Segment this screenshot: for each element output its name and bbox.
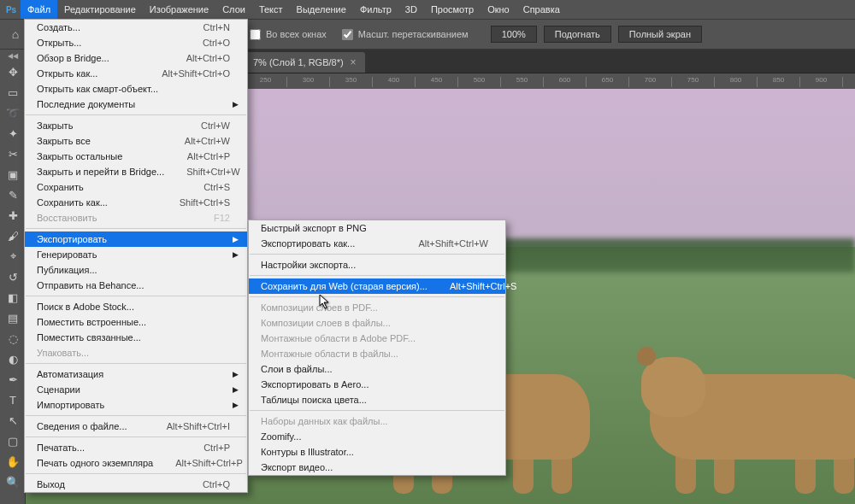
file-menu-item-16[interactable]: Генерировать▶ xyxy=(25,247,247,262)
file-menu-item-1[interactable]: Открыть...Ctrl+O xyxy=(25,35,247,50)
file-menu-item-18[interactable]: Отправить на Behance... xyxy=(25,278,247,293)
tool-hand[interactable]: ✋ xyxy=(0,451,26,472)
submenu-arrow-icon: ▶ xyxy=(230,401,239,409)
fit-button[interactable]: Подогнать xyxy=(544,26,611,43)
file-menu-item-20[interactable]: Поиск в Adobe Stock... xyxy=(25,299,247,314)
menu-слои[interactable]: Слои xyxy=(215,0,252,19)
export-submenu-item-18[interactable]: Экспорт видео... xyxy=(249,460,505,475)
tool-marquee[interactable]: ▭ xyxy=(0,82,26,103)
menu-выделение[interactable]: Выделение xyxy=(290,0,353,19)
shortcut-label: Ctrl+P xyxy=(203,442,230,453)
export-submenu-item-1[interactable]: Экспортировать как...Alt+Shift+Ctrl+W xyxy=(249,236,505,251)
tool-history[interactable]: ↺ xyxy=(0,267,26,287)
menu-фильтр[interactable]: Фильтр xyxy=(353,0,398,19)
shortcut-label: Shift+Ctrl+W xyxy=(186,167,239,177)
menu-справка[interactable]: Справка xyxy=(516,0,567,19)
file-menu-item-9[interactable]: Закрыть остальныеAlt+Ctrl+P xyxy=(25,149,247,164)
file-menu-item-26[interactable]: Сценарии▶ xyxy=(25,382,247,397)
file-menu-item-15[interactable]: Экспортировать▶ xyxy=(25,231,247,247)
tool-eraser[interactable]: ◧ xyxy=(0,287,26,308)
all-windows-checkbox[interactable]: Во всех окнах xyxy=(250,29,327,40)
file-menu-item-5[interactable]: Последние документы▶ xyxy=(25,97,247,112)
submenu-arrow-icon: ▶ xyxy=(230,370,239,378)
menu-item-label: Экспорт видео... xyxy=(261,462,488,472)
tool-rect[interactable]: ▢ xyxy=(0,431,26,451)
menu-item-label: Экспортировать в Aero... xyxy=(261,379,488,390)
menu-3d[interactable]: 3D xyxy=(398,0,424,19)
export-submenu-item-5[interactable]: Сохранить для Web (старая версия)...Alt+… xyxy=(249,278,505,294)
menu-item-label: Поместить встроенные... xyxy=(37,317,230,327)
tool-gradient[interactable]: ▤ xyxy=(0,308,26,328)
export-submenu-item-12[interactable]: Экспортировать в Aero... xyxy=(249,377,505,392)
close-icon[interactable]: × xyxy=(351,56,357,68)
shortcut-label: Alt+Ctrl+W xyxy=(185,136,230,146)
menu-файл[interactable]: Файл xyxy=(21,0,57,19)
tool-stamp[interactable]: ⌖ xyxy=(0,246,26,267)
export-submenu-item-17[interactable]: Контуры в Illustrator... xyxy=(249,444,505,460)
menu-item-label: Наборы данных как файлы... xyxy=(261,416,488,426)
menu-item-label: Слои в файлы... xyxy=(261,364,488,374)
export-submenu-item-0[interactable]: Быстрый экспорт в PNG xyxy=(249,220,505,236)
tool-crop[interactable]: ✂ xyxy=(0,144,26,164)
menu-item-label: Импортировать xyxy=(37,400,230,410)
menu-item-label: Генерировать xyxy=(37,249,230,260)
drag-zoom-checkbox[interactable]: Масшт. перетаскиванием xyxy=(342,29,469,40)
collapse-icon[interactable]: ◀◀ xyxy=(0,50,26,62)
file-menu-item-4[interactable]: Открыть как смарт-объект... xyxy=(25,81,247,97)
file-menu-item-32[interactable]: Печать одного экземпляраAlt+Shift+Ctrl+P xyxy=(25,455,247,471)
document-tab[interactable]: 7% (Слой 1, RGB/8*) × xyxy=(245,52,365,73)
file-menu-item-3[interactable]: Открыть как...Alt+Shift+Ctrl+O xyxy=(25,66,247,81)
menu-item-label: Настройки экспорта... xyxy=(261,260,488,270)
file-menu-item-34[interactable]: ВыходCtrl+Q xyxy=(25,477,247,492)
file-menu-item-27[interactable]: Импортировать▶ xyxy=(25,397,247,413)
menu-item-label: Обзор в Bridge... xyxy=(37,53,186,63)
export-submenu-item-10: Монтажные области в файлы... xyxy=(249,346,505,361)
zoom-100-button[interactable]: 100% xyxy=(491,26,537,43)
tool-lasso[interactable]: ➰ xyxy=(0,103,26,123)
export-submenu-item-11[interactable]: Слои в файлы... xyxy=(249,361,505,377)
menu-окно[interactable]: Окно xyxy=(481,0,516,19)
file-menu-item-17[interactable]: Публикация... xyxy=(25,262,247,278)
file-menu-item-22[interactable]: Поместить связанные... xyxy=(25,330,247,345)
export-submenu-item-13[interactable]: Таблицы поиска цвета... xyxy=(249,392,505,407)
tool-pen[interactable]: ✒ xyxy=(0,369,26,390)
menu-редактирование[interactable]: Редактирование xyxy=(57,0,143,19)
file-menu-item-31[interactable]: Печатать...Ctrl+P xyxy=(25,440,247,455)
export-submenu-item-3[interactable]: Настройки экспорта... xyxy=(249,257,505,273)
menu-item-label: Монтажные области в файлы... xyxy=(261,349,488,359)
menu-текст[interactable]: Текст xyxy=(252,0,290,19)
fullscreen-button[interactable]: Полный экран xyxy=(618,26,702,43)
file-menu-item-12[interactable]: Сохранить как...Shift+Ctrl+S xyxy=(25,195,247,210)
menu-item-label: Контуры в Illustrator... xyxy=(261,447,488,457)
shortcut-label: Ctrl+Q xyxy=(203,479,230,489)
menu-item-label: Закрыть и перейти в Bridge... xyxy=(37,167,186,177)
file-menu-item-21[interactable]: Поместить встроенные... xyxy=(25,314,247,330)
tool-blur[interactable]: ◌ xyxy=(0,328,26,349)
file-menu-item-11[interactable]: СохранитьCtrl+S xyxy=(25,179,247,195)
tool-eyedropper[interactable]: ✎ xyxy=(0,185,26,205)
menu-изображение[interactable]: Изображение xyxy=(143,0,215,19)
tool-wand[interactable]: ✦ xyxy=(0,123,26,144)
file-menu-item-0[interactable]: Создать...Ctrl+N xyxy=(25,20,247,35)
tool-type[interactable]: T xyxy=(0,390,26,410)
tool-move[interactable]: ✥ xyxy=(0,62,26,82)
menu-просмотр[interactable]: Просмотр xyxy=(424,0,481,19)
tool-heal[interactable]: ✚ xyxy=(0,205,26,226)
file-menu-item-7[interactable]: ЗакрытьCtrl+W xyxy=(25,118,247,133)
menu-item-label: Поместить связанные... xyxy=(37,332,230,343)
tool-brush[interactable]: 🖌 xyxy=(0,226,26,246)
export-submenu-item-16[interactable]: Zoomify... xyxy=(249,429,505,444)
menu-item-label: Экспортировать xyxy=(37,234,230,244)
file-menu-item-8[interactable]: Закрыть всеAlt+Ctrl+W xyxy=(25,133,247,149)
menu-item-label: Последние документы xyxy=(37,99,230,109)
file-menu-item-25[interactable]: Автоматизация▶ xyxy=(25,366,247,382)
file-menu-item-29[interactable]: Сведения о файле...Alt+Shift+Ctrl+I xyxy=(25,419,247,434)
tool-frame[interactable]: ▣ xyxy=(0,164,26,185)
tool-dodge[interactable]: ◐ xyxy=(0,349,26,369)
menu-item-label: Создать... xyxy=(37,22,203,32)
file-menu-item-10[interactable]: Закрыть и перейти в Bridge...Shift+Ctrl+… xyxy=(25,164,247,179)
tool-zoom[interactable]: 🔍 xyxy=(0,472,26,492)
file-menu-item-2[interactable]: Обзор в Bridge...Alt+Ctrl+O xyxy=(25,50,247,66)
tool-path[interactable]: ↖ xyxy=(0,410,26,431)
shortcut-label: Alt+Ctrl+P xyxy=(187,151,230,161)
